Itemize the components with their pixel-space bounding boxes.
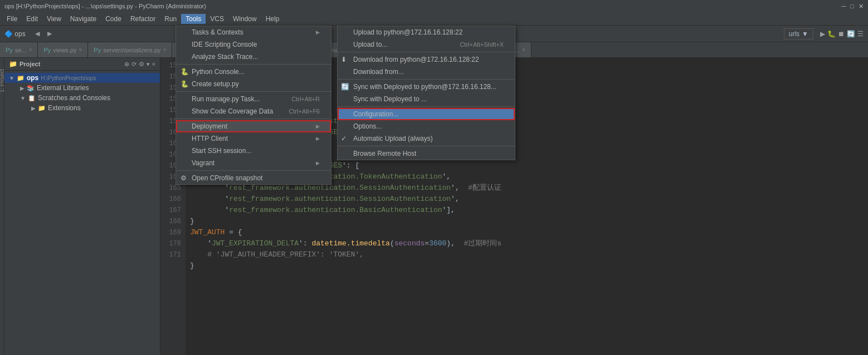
menu-refactor[interactable]: Refactor <box>126 14 160 24</box>
separator2 <box>176 91 331 92</box>
deploy-browse-remote-label: Browse Remote Host <box>353 150 416 157</box>
tab-close[interactable]: × <box>522 47 525 53</box>
debug-icon[interactable]: 🐛 <box>827 30 836 38</box>
menu-tasks-label: Tasks & Contexts <box>192 28 243 36</box>
update-icon[interactable]: 🔄 <box>847 30 855 38</box>
deploy-sync-deployed[interactable]: Sync with Deployed to ... <box>338 93 515 105</box>
deploy-configuration-label: Configuration... <box>353 110 398 118</box>
tree-item-extensions[interactable]: ▶ 📁 Extensions <box>4 103 160 113</box>
menu-help[interactable]: Help <box>261 14 284 24</box>
stop-icon[interactable]: ⏹ <box>838 30 845 38</box>
tab-close[interactable]: × <box>79 47 82 53</box>
deploy-upload-to[interactable]: Upload to... Ctrl+Alt+Shift+X <box>338 38 515 51</box>
menu-vagrant[interactable]: Vagrant <box>176 157 331 169</box>
menu-code[interactable]: Code <box>101 14 126 24</box>
menu-create-setup[interactable]: 🐍 Create setup.py <box>176 78 331 90</box>
menu-run[interactable]: Run <box>160 14 181 24</box>
menu-code-coverage[interactable]: Show Code Coverage Data Ctrl+Alt+F6 <box>176 105 331 117</box>
menu-view[interactable]: View <box>42 14 66 24</box>
tab-icon: Py <box>6 47 13 53</box>
deploy-sep4 <box>338 146 515 146</box>
sidebar-settings-icon[interactable]: ⚙ <box>139 61 144 68</box>
menu-ssh-session-label: Start SSH session... <box>192 147 251 155</box>
tree-icon-ext2: 📁 <box>38 105 46 112</box>
menu-cprofile-label: Open CProfile snapshot <box>192 174 262 182</box>
deploy-browse-remote[interactable]: Browse Remote Host <box>338 147 515 160</box>
code-coverage-shortcut: Ctrl+Alt+F6 <box>289 108 320 115</box>
deploy-options[interactable]: Options... <box>338 120 515 132</box>
cprofile-icon: ⚙ <box>181 174 187 182</box>
left-gutter: 1: Project <box>0 58 4 355</box>
tree-arrow-ext2: ▶ <box>31 105 36 111</box>
deploy-upload-shortcut: Ctrl+Alt+Shift+X <box>460 41 504 48</box>
project-tree: ▼ 📁 ops H:\PythonProjects\ops ▶ 📚 Extern… <box>4 71 160 115</box>
menu-deployment[interactable]: Deployment <box>176 120 331 132</box>
title-text: ops [H:\PythonProjects\ops] - ...\ops\se… <box>4 3 206 9</box>
tools-dropdown: Tasks & Contexts IDE Scripting Console A… <box>175 26 331 185</box>
title-bar: ops [H:\PythonProjects\ops] - ...\ops\se… <box>0 0 868 12</box>
sidebar-collapse-icon[interactable]: ▾ <box>147 61 150 68</box>
deployment-submenu: Upload to python@172.16.16.128:22 Upload… <box>337 26 515 160</box>
menu-navigate[interactable]: Navigate <box>66 14 101 24</box>
toolbar-back[interactable]: ◀ <box>32 29 42 38</box>
menu-tasks[interactable]: Tasks & Contexts <box>176 26 331 38</box>
menu-create-setup-label: Create setup.py <box>192 80 239 88</box>
tree-icon-ops: 📁 <box>17 75 25 82</box>
minimize-icon[interactable]: ─ <box>842 3 846 10</box>
menu-window[interactable]: Window <box>228 14 261 24</box>
menu-analyze[interactable]: Analyze Stack Trace... <box>176 51 331 63</box>
tab-se[interactable]: Py se... × <box>0 42 38 58</box>
tree-item-ext-libs[interactable]: ▶ 📚 External Libraries <box>4 83 160 93</box>
tree-item-ops[interactable]: ▼ 📁 ops H:\PythonProjects\ops <box>4 73 160 83</box>
project-label: 🔷 ops <box>4 30 26 38</box>
menu-ssh-session[interactable]: Start SSH session... <box>176 145 331 157</box>
deploy-download-python[interactable]: ⬇ Download from python@172.16.16.128:22 <box>338 53 515 66</box>
sidebar-close-icon[interactable]: × <box>152 61 155 68</box>
menu-cprofile[interactable]: ⚙ Open CProfile snapshot <box>176 172 331 184</box>
sidebar-add-icon[interactable]: ⊕ <box>124 61 129 68</box>
run-icon[interactable]: ▶ <box>820 30 825 38</box>
python-icon: 🐍 <box>181 68 189 76</box>
download-icon: ⬇ <box>341 56 347 63</box>
menu-vcs[interactable]: VCS <box>206 14 228 24</box>
deploy-upload-python[interactable]: Upload to python@172.16.16.128:22 <box>338 26 515 38</box>
menu-ide-scripting[interactable]: IDE Scripting Console <box>176 38 331 51</box>
tree-item-scratches[interactable]: ▼ 📋 Scratches and Consoles <box>4 93 160 103</box>
maximize-icon[interactable]: □ <box>850 3 854 10</box>
deploy-configuration[interactable]: Configuration... <box>338 108 515 120</box>
deploy-sep2 <box>338 79 515 80</box>
deploy-sync-python-label: Sync with Deployed to python@172.16.16.1… <box>353 83 496 91</box>
deploy-auto-upload[interactable]: ✓ Automatic Upload (always) <box>338 132 515 145</box>
menu-bar: File Edit View Navigate Code Refactor Ru… <box>0 12 868 26</box>
deploy-upload-to-label: Upload to... <box>353 41 387 48</box>
deploy-download-from-label: Download from... <box>353 68 404 76</box>
tree-path-ops: H:\PythonProjects\ops <box>41 75 96 81</box>
menu-edit[interactable]: Edit <box>22 14 42 24</box>
deploy-sync-python[interactable]: 🔄 Sync with Deployed to python@172.16.16… <box>338 81 515 93</box>
menu-run-manage[interactable]: Run manage.py Task... Ctrl+Alt+R <box>176 93 331 105</box>
separator3 <box>176 119 331 119</box>
toolbar-forward[interactable]: ▶ <box>45 29 55 38</box>
tree-label-scratches: Scratches and Consoles <box>38 94 110 102</box>
tab-close[interactable]: × <box>29 47 32 53</box>
close-icon[interactable]: ✕ <box>859 3 864 10</box>
menu-http-client[interactable]: HTTP Client <box>176 132 331 145</box>
tab-views[interactable]: Py views.py × <box>38 42 88 58</box>
tab-serializers[interactable]: Py servers\serializers.py × <box>88 42 172 58</box>
tree-label-ops: ops <box>27 74 38 82</box>
menu-deployment-label: Deployment <box>192 122 227 130</box>
setup-icon: 🐍 <box>181 80 189 88</box>
tab-close[interactable]: × <box>163 47 167 53</box>
menu-file[interactable]: File <box>2 14 22 24</box>
menu-http-client-label: HTTP Client <box>192 135 228 142</box>
menu-python-console[interactable]: 🐍 Python Console... <box>176 66 331 78</box>
tree-icon-ext: 📚 <box>27 85 35 92</box>
deploy-download-from[interactable]: Download from... <box>338 66 515 78</box>
sidebar-sync-icon[interactable]: ⟳ <box>131 61 136 68</box>
urls-dropdown[interactable]: urls ▼ <box>784 28 813 40</box>
menu-icon2[interactable]: ☰ <box>857 30 864 38</box>
menu-tools[interactable]: Tools <box>181 14 206 24</box>
sidebar-header: 📁 Project ⊕ ⟳ ⚙ ▾ × <box>4 58 160 71</box>
menu-code-coverage-label: Show Code Coverage Data <box>192 107 273 115</box>
tab-label: views.py <box>53 47 76 53</box>
